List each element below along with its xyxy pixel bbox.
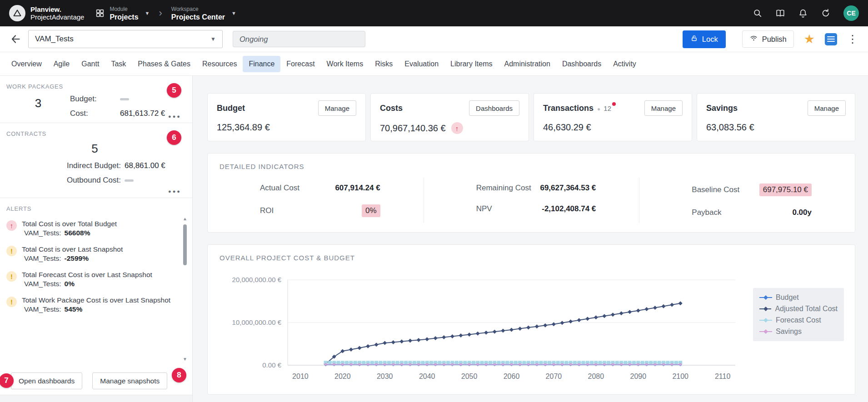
legend-item-forecast-cost[interactable]: Forecast Cost xyxy=(759,316,838,324)
tab-activity[interactable]: Activity xyxy=(607,56,642,72)
lock-label: Lock xyxy=(702,35,718,44)
module-selector[interactable]: Module Projects ▼ xyxy=(95,6,150,20)
transactions-count: ●12 xyxy=(597,104,616,112)
favorite-star-icon[interactable]: ★ xyxy=(804,33,815,45)
alert-item[interactable]: !Total Forecast Cost is over Last Snapsh… xyxy=(6,270,174,288)
legend-label: Forecast Cost xyxy=(776,316,821,324)
legend-item-adjusted-total-cost[interactable]: Adjusted Total Cost xyxy=(759,305,838,313)
indirect-budget-value: 68,861.00 € xyxy=(125,161,183,170)
manage-button[interactable]: Manage xyxy=(808,100,846,116)
workspace-selector[interactable]: Workspace Projects Center ▼ xyxy=(171,6,236,20)
legend-label: Budget xyxy=(776,293,799,302)
tab-risks[interactable]: Risks xyxy=(369,56,399,72)
scrollbar-thumb[interactable] xyxy=(183,224,187,265)
topbar-actions: CE xyxy=(753,5,859,21)
alert-value: 545% xyxy=(65,305,83,313)
cost-budget-chart: 0.00 €10,000,000.00 €20,000,000.00 €2010… xyxy=(219,269,745,386)
search-icon[interactable] xyxy=(753,8,763,18)
tab-overview[interactable]: Overview xyxy=(5,56,48,72)
tab-finance[interactable]: Finance xyxy=(243,56,280,72)
tab-task[interactable]: Task xyxy=(105,56,132,72)
tab-resources[interactable]: Resources xyxy=(196,56,243,72)
work-packages-menu-icon[interactable]: ●●● xyxy=(168,114,181,119)
alert-message: Total Work Package Cost is over Last Sna… xyxy=(22,296,170,304)
contracts-count: 5 xyxy=(6,142,183,156)
svg-text:2050: 2050 xyxy=(461,372,478,380)
chevron-down-icon: ▼ xyxy=(231,10,236,16)
manage-button[interactable]: Manage xyxy=(644,100,683,116)
alert-item[interactable]: !Total Cost is over Last SnapshotVAM_Tes… xyxy=(6,245,174,263)
indicator-value: 607,914.24 € xyxy=(335,184,380,193)
publish-button[interactable]: Publish xyxy=(742,30,794,48)
alert-message: Total Cost is over Last Snapshot xyxy=(22,245,123,253)
open-dashboards-button[interactable]: Open dashboards xyxy=(11,372,82,389)
alert-warning-icon: ! xyxy=(6,297,17,307)
empty-value-dash xyxy=(125,179,134,182)
alerts-scrollbar[interactable]: ▲ ▼ xyxy=(181,216,189,362)
chevron-down-icon: ▼ xyxy=(145,10,150,16)
kpi-title: Costs xyxy=(380,104,403,113)
tab-forecast[interactable]: Forecast xyxy=(280,56,320,72)
project-select[interactable]: VAM_Tests ▼ xyxy=(28,30,223,48)
indicator-value: 697,975.10 € xyxy=(759,184,812,196)
indirect-budget-label: Indirect Budget: xyxy=(6,161,121,170)
alert-item[interactable]: ↑Total Cost is over Total BudgetVAM_Test… xyxy=(6,219,174,238)
indicator-value: 0.00y xyxy=(792,208,812,217)
trend-up-icon: ↑ xyxy=(451,122,463,134)
notifications-bell-icon[interactable] xyxy=(798,8,808,18)
contracts-menu-icon[interactable]: ●●● xyxy=(168,189,181,194)
callout-badge-8: 8 xyxy=(172,368,186,382)
indicator-payback: Payback0.00y xyxy=(639,202,855,223)
tab-library-items[interactable]: Library Items xyxy=(444,56,498,72)
kpi-title: Transactions xyxy=(543,104,594,113)
tab-administration[interactable]: Administration xyxy=(499,56,556,72)
alert-text: Total Forecast Cost is over Last Snapsho… xyxy=(22,270,152,288)
alert-warning-icon: ! xyxy=(6,271,17,282)
manage-snapshots-button[interactable]: Manage snapshots xyxy=(92,372,167,389)
legend-marker-icon xyxy=(759,318,772,323)
legend-item-budget[interactable]: Budget xyxy=(759,293,838,302)
contracts-section: CONTRACTS 6 5 Indirect Budget: 68,861.00… xyxy=(0,123,192,198)
tab-dashboards[interactable]: Dashboards xyxy=(556,56,607,72)
user-avatar[interactable]: CE xyxy=(843,5,859,21)
svg-text:2020: 2020 xyxy=(334,372,351,380)
svg-text:20,000,000.00 €: 20,000,000.00 € xyxy=(232,276,282,283)
kpi-card-costs: CostsDashboards70,967,140.36 €↑ xyxy=(370,93,529,141)
alert-project: VAM_Tests: xyxy=(24,305,61,313)
dashboards-button[interactable]: Dashboards xyxy=(469,100,519,116)
lock-icon xyxy=(690,35,698,44)
kpi-card-transactions: Transactions●12Manage46,630.29 € xyxy=(534,93,692,141)
kebab-menu-icon[interactable]: ⋮ xyxy=(847,34,858,45)
tab-agile[interactable]: Agile xyxy=(48,56,76,72)
indicators-column: Remaining Cost69,627,364.53 €NPV-2,102,4… xyxy=(424,178,639,223)
kpi-title: Budget xyxy=(217,104,245,113)
project-select-value: VAM_Tests xyxy=(35,35,74,44)
library-book-icon[interactable] xyxy=(775,8,785,18)
back-arrow-icon[interactable] xyxy=(10,33,22,45)
callout-badge-6: 6 xyxy=(167,130,181,145)
indicator-value: -2,102,408.74 € xyxy=(542,204,596,213)
alert-item[interactable]: !Total Work Package Cost is over Last Sn… xyxy=(6,296,174,314)
scroll-down-icon[interactable]: ▼ xyxy=(183,357,187,362)
outbound-cost-label: Outbound Cost: xyxy=(6,176,121,185)
alert-text: Total Work Package Cost is over Last Sna… xyxy=(22,296,170,314)
lock-button[interactable]: Lock xyxy=(683,30,726,48)
tab-gantt[interactable]: Gantt xyxy=(75,56,105,72)
detailed-indicators-title: DETAILED INDICATORS xyxy=(208,154,855,170)
tab-evaluation[interactable]: Evaluation xyxy=(399,56,444,72)
svg-text:2010: 2010 xyxy=(292,372,309,380)
planview-brand[interactable]: Planview. ProjectAdvantage xyxy=(9,5,84,21)
kpi-value: 125,364.89 € xyxy=(217,122,270,133)
svg-text:2080: 2080 xyxy=(588,372,604,380)
manage-button[interactable]: Manage xyxy=(318,100,356,116)
tab-work-items[interactable]: Work Items xyxy=(321,56,369,72)
feedback-icon[interactable] xyxy=(825,33,837,45)
module-grid-icon xyxy=(95,8,105,18)
tab-phases-gates[interactable]: Phases & Gates xyxy=(132,56,196,72)
svg-text:2090: 2090 xyxy=(630,372,647,380)
legend-item-savings[interactable]: Savings xyxy=(759,328,838,336)
scroll-up-icon[interactable]: ▲ xyxy=(183,216,187,221)
alert-critical-icon: ↑ xyxy=(6,220,17,231)
legend-marker-icon xyxy=(759,306,771,312)
refresh-icon[interactable] xyxy=(821,8,831,18)
